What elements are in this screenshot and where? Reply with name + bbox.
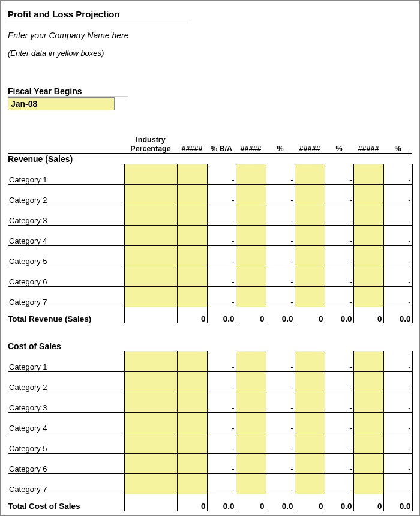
total-revenue-label: Total Revenue (Sales) [8, 307, 124, 323]
cell-input[interactable] [295, 184, 325, 205]
cell-input[interactable] [124, 225, 177, 245]
cell-input[interactable] [177, 412, 207, 433]
cell-input[interactable] [177, 225, 207, 245]
col-pct-4: % [383, 132, 412, 154]
row-label: Category 4 [8, 412, 124, 433]
cell-input[interactable] [124, 205, 177, 225]
row-label: Category 5 [8, 245, 124, 266]
cell-input[interactable] [236, 225, 266, 245]
fiscal-year-value[interactable]: Jan-08 [8, 97, 115, 110]
cell-input[interactable] [295, 225, 325, 245]
cell-calc: - [207, 245, 236, 266]
cell-input[interactable] [124, 433, 177, 453]
cell-input[interactable] [295, 433, 325, 453]
cell-input[interactable] [177, 453, 207, 473]
total-value: 0 [236, 307, 266, 323]
cell-input[interactable] [124, 453, 177, 473]
cell-input[interactable] [177, 433, 207, 453]
col-hash-2: ##### [236, 132, 266, 154]
cell-input[interactable] [124, 286, 177, 307]
cell-input[interactable] [295, 351, 325, 371]
cell-input[interactable] [353, 453, 383, 473]
cell-calc: - [383, 473, 412, 494]
cell-input[interactable] [236, 164, 266, 184]
row-label: Category 7 [8, 286, 124, 307]
cell-input[interactable] [177, 286, 207, 307]
cell-calc: - [266, 286, 295, 307]
cell-input[interactable] [353, 473, 383, 494]
header-row: Industry Percentage ##### % B/A ##### % … [8, 132, 412, 154]
cell-input[interactable] [236, 453, 266, 473]
col-pct-2: % [266, 132, 295, 154]
cell-input[interactable] [236, 266, 266, 286]
cell-input[interactable] [295, 266, 325, 286]
cell-input[interactable] [236, 286, 266, 307]
cell-input[interactable] [295, 473, 325, 494]
cell-input[interactable] [236, 351, 266, 371]
cell-input[interactable] [177, 371, 207, 392]
cell-input[interactable] [236, 473, 266, 494]
cell-input[interactable] [295, 245, 325, 266]
total-pct: 0.0 [207, 494, 236, 511]
cell-input[interactable] [353, 164, 383, 184]
cell-calc: - [207, 205, 236, 225]
cell-input[interactable] [177, 266, 207, 286]
cell-input[interactable] [353, 245, 383, 266]
cell-input[interactable] [353, 412, 383, 433]
cell-input[interactable] [295, 286, 325, 307]
cell-input[interactable] [177, 473, 207, 494]
cell-input[interactable] [295, 392, 325, 412]
company-name-placeholder[interactable]: Enter your Company Name here [8, 31, 412, 40]
cell-input[interactable] [236, 205, 266, 225]
cell-input[interactable] [353, 205, 383, 225]
cell-input[interactable] [177, 205, 207, 225]
cell-calc: - [207, 371, 236, 392]
cell-input[interactable] [236, 433, 266, 453]
cell-input[interactable] [295, 453, 325, 473]
cell-input[interactable] [236, 245, 266, 266]
cell-calc: - [383, 184, 412, 205]
cell-calc: - [383, 453, 412, 473]
cell-input[interactable] [353, 392, 383, 412]
cell-calc: - [325, 164, 353, 184]
col-pct-3: % [325, 132, 353, 154]
total-value: 0 [177, 307, 207, 323]
total-pct: 0.0 [325, 307, 353, 323]
cell-input[interactable] [236, 412, 266, 433]
col-hash-4: ##### [353, 132, 383, 154]
cell-input[interactable] [353, 225, 383, 245]
cell-input[interactable] [353, 351, 383, 371]
cell-calc: - [207, 433, 236, 453]
cell-input[interactable] [124, 371, 177, 392]
cell-input[interactable] [177, 392, 207, 412]
cell-input[interactable] [124, 351, 177, 371]
cell-input[interactable] [353, 184, 383, 205]
cell-input[interactable] [177, 164, 207, 184]
cell-input[interactable] [124, 412, 177, 433]
cell-input[interactable] [353, 433, 383, 453]
cell-calc: - [266, 184, 295, 205]
cell-input[interactable] [353, 371, 383, 392]
cell-input[interactable] [295, 371, 325, 392]
total-revenue-row: Total Revenue (Sales) 0 0.0 0 0.0 0 0.0 … [8, 307, 412, 323]
cell-input[interactable] [124, 164, 177, 184]
cell-input[interactable] [295, 164, 325, 184]
cell-input[interactable] [353, 286, 383, 307]
cell-input[interactable] [124, 473, 177, 494]
cell-input[interactable] [236, 392, 266, 412]
cell-input[interactable] [124, 245, 177, 266]
cell-input[interactable] [353, 266, 383, 286]
cell-input[interactable] [236, 184, 266, 205]
cell-calc: - [325, 205, 353, 225]
cell-input[interactable] [124, 266, 177, 286]
cell-input[interactable] [295, 205, 325, 225]
cell-input[interactable] [177, 351, 207, 371]
cell-input[interactable] [295, 412, 325, 433]
cell-input[interactable] [177, 184, 207, 205]
total-pct: 0.0 [266, 494, 295, 511]
cell-input[interactable] [124, 184, 177, 205]
cell-calc: - [325, 433, 353, 453]
cell-input[interactable] [236, 371, 266, 392]
cell-input[interactable] [124, 392, 177, 412]
cell-input[interactable] [177, 245, 207, 266]
